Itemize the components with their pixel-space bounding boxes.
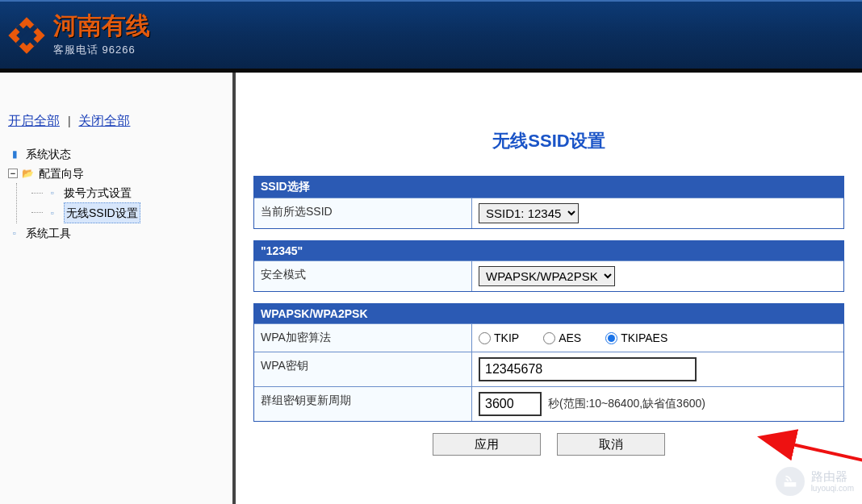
algo-option-aes[interactable]: AES [543, 331, 581, 344]
status-icon: ▮ [8, 148, 21, 160]
ssid-select-panel: SSID选择 当前所选SSID SSID1: 12345 [253, 176, 844, 229]
tree-controls: 开启全部 | 关闭全部 [8, 113, 224, 130]
security-panel: "12345" 安全模式 WPAPSK/WPA2PSK [253, 240, 844, 292]
security-mode-select[interactable]: WPAPSK/WPA2PSK [479, 266, 615, 286]
security-mode-label: 安全模式 [254, 261, 472, 291]
panel-header: "12345" [254, 241, 843, 260]
rekey-note: 秒(范围:10~86400,缺省值3600) [548, 397, 705, 411]
brand-logo [6, 15, 47, 56]
wpa-panel: WPAPSK/WPA2PSK WPA加密算法 TKIP AES TKIPAES … [253, 303, 844, 422]
rekey-label: 群组密钥更新周期 [254, 387, 472, 421]
current-ssid-label: 当前所选SSID [254, 198, 472, 228]
brand-name: 河南有线 [53, 14, 150, 38]
brand-block: 河南有线 客服电话 96266 [53, 14, 150, 57]
cancel-button[interactable]: 取消 [557, 433, 665, 456]
watermark-sub: luyouqi.com [811, 484, 854, 493]
tree-item-system-status[interactable]: ▮ 系统状态 [8, 144, 224, 164]
nav-tree: ▮ 系统状态 − 📂 配置向导 ▫ 拨号方式设置 [8, 144, 224, 243]
app-header: 河南有线 客服电话 96266 [0, 0, 862, 73]
action-bar: 应用 取消 [253, 433, 844, 456]
tree-item-system-tools[interactable]: ▫ 系统工具 [8, 223, 224, 243]
collapse-all-link[interactable]: 关闭全部 [78, 114, 130, 127]
tree-item-dial-settings[interactable]: ▫ 拨号方式设置 [46, 183, 224, 202]
watermark: 路由器 luyouqi.com [776, 467, 854, 496]
folder-icon: 📂 [21, 167, 34, 180]
expand-all-link[interactable]: 开启全部 [8, 114, 60, 127]
sidebar: 开启全部 | 关闭全部 ▮ 系统状态 − 📂 配置向导 [0, 73, 236, 504]
ssid-select[interactable]: SSID1: 12345 [479, 203, 579, 223]
main-content: 无线SSID设置 SSID选择 当前所选SSID SSID1: 12345 "1… [236, 73, 862, 504]
page-icon: ▫ [8, 227, 21, 240]
collapse-icon[interactable]: − [8, 169, 18, 178]
algo-label: WPA加密算法 [254, 324, 472, 352]
router-icon [776, 467, 805, 496]
wpa-key-input[interactable] [479, 357, 697, 381]
page-icon: ▫ [46, 206, 59, 219]
rekey-input[interactable] [479, 392, 542, 416]
algo-option-tkipaes[interactable]: TKIPAES [605, 331, 667, 344]
page-title: 无线SSID设置 [253, 129, 844, 153]
panel-header: WPAPSK/WPA2PSK [254, 304, 843, 323]
wpa-key-label: WPA密钥 [254, 352, 472, 386]
brand-subtitle: 客服电话 96266 [53, 43, 150, 57]
apply-button[interactable]: 应用 [433, 433, 541, 456]
algo-option-tkip[interactable]: TKIP [479, 331, 519, 344]
tree-item-wireless-ssid[interactable]: ▫ 无线SSID设置 [46, 202, 224, 223]
page-icon: ▫ [46, 186, 59, 199]
watermark-title: 路由器 [811, 470, 854, 484]
separator: | [68, 115, 71, 127]
panel-header: SSID选择 [254, 177, 843, 198]
tree-item-config-wizard[interactable]: − 📂 配置向导 [8, 164, 224, 183]
